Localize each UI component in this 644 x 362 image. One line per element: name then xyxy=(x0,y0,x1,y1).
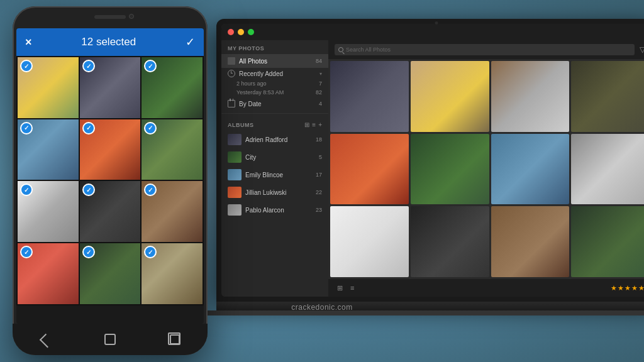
phone-photo-1[interactable] xyxy=(18,57,79,118)
sidebar-subitem-2hours[interactable]: 2 hours ago 7 xyxy=(221,79,328,88)
list-view-button[interactable]: ≡ xyxy=(348,283,357,293)
sidebar-item-all-photos[interactable]: All Photos 84 xyxy=(221,54,328,68)
laptop-photo-12[interactable] xyxy=(571,206,644,277)
phone-photo-6[interactable] xyxy=(142,119,203,180)
search-icon xyxy=(338,47,343,52)
phone-photo-grid xyxy=(16,56,204,305)
album-thumb-adrien xyxy=(228,134,242,145)
selection-check-11 xyxy=(82,246,95,258)
sidebar-item-by-date[interactable]: By Date 4 xyxy=(221,97,328,111)
by-date-label: By Date xyxy=(239,101,315,107)
laptop-camera xyxy=(435,21,438,25)
selection-check-9 xyxy=(144,184,157,196)
laptop-photo-9[interactable] xyxy=(330,206,409,277)
phone-photo-5[interactable] xyxy=(80,119,141,180)
laptop-photo-7[interactable] xyxy=(491,134,570,205)
recently-added-label: Recently Added xyxy=(239,70,316,77)
laptop-photo-1[interactable] xyxy=(330,61,409,132)
albums-view-controls: ⊞ ≡ + xyxy=(304,121,322,128)
home-nav-button[interactable] xyxy=(103,332,117,346)
grid-view-button[interactable]: ⊞ xyxy=(335,283,345,293)
sidebar-subitem-yesterday[interactable]: Yesterday 8:53 AM 82 xyxy=(221,88,328,97)
back-nav-button[interactable] xyxy=(38,332,52,346)
selection-check-7 xyxy=(20,184,33,196)
albums-list-view-button[interactable]: ≡ xyxy=(312,121,316,128)
laptop-photo-2[interactable] xyxy=(411,61,489,132)
phone-photo-2[interactable] xyxy=(80,57,141,118)
album-name-city: City xyxy=(245,154,315,161)
selection-check-8 xyxy=(82,184,95,196)
laptop-photo-5[interactable] xyxy=(330,134,409,205)
phone-device: × 12 selected ✓ xyxy=(13,6,208,355)
yesterday-count: 82 xyxy=(316,89,322,96)
maximize-window-button[interactable] xyxy=(248,29,254,35)
phone-photo-12[interactable] xyxy=(142,243,203,304)
album-count-adrien: 18 xyxy=(316,136,322,143)
filter-icon[interactable]: ▽ xyxy=(640,45,644,54)
phone-photo-7[interactable] xyxy=(18,181,79,242)
minimize-window-button[interactable] xyxy=(238,29,244,35)
rating-stars[interactable]: ★★★★★ xyxy=(611,284,644,292)
phone-topbar: × 12 selected ✓ xyxy=(16,28,204,56)
phone-photo-10[interactable] xyxy=(18,243,79,304)
laptop-photo-8[interactable] xyxy=(571,134,644,205)
all-photos-icon xyxy=(228,57,235,65)
albums-section-header: ALBUMS ⊞ ≡ + xyxy=(221,116,328,131)
sidebar-album-pablo[interactable]: Pablo Alarcon 23 xyxy=(221,201,328,219)
phone-photo-9[interactable] xyxy=(142,181,203,242)
selection-count: 12 selected xyxy=(81,36,136,48)
sidebar: MY PHOTOS All Photos 84 Recently Added ▾ xyxy=(221,40,328,297)
phone-photo-4[interactable] xyxy=(18,119,79,180)
two-hours-ago-label: 2 hours ago xyxy=(236,80,267,87)
album-thumb-pablo xyxy=(228,204,242,216)
phone-photo-8[interactable] xyxy=(80,181,141,242)
phone-body: × 12 selected ✓ xyxy=(13,6,208,355)
bottom-toolbar-right: ★★★★★ xyxy=(611,284,644,292)
album-name-emily: Emily Blincoe xyxy=(245,172,312,178)
two-hours-count: 7 xyxy=(319,80,322,87)
close-window-button[interactable] xyxy=(228,29,234,35)
laptop-photo-4[interactable] xyxy=(571,61,644,132)
title-bar xyxy=(221,24,644,40)
albums-add-button[interactable]: + xyxy=(318,121,322,128)
album-name-jillian: Jillian Lukiwski xyxy=(245,189,312,196)
sidebar-album-jillian[interactable]: Jillian Lukiwski 22 xyxy=(221,184,328,201)
search-bar: Search All Photos ▽ xyxy=(328,40,644,59)
bottom-toolbar: ⊞ ≡ ★★★★★ xyxy=(328,279,644,297)
phone-photo-3[interactable] xyxy=(142,57,203,118)
all-photos-count: 84 xyxy=(316,58,322,64)
album-thumb-jillian xyxy=(228,187,242,198)
yesterday-label: Yesterday 8:53 AM xyxy=(236,89,284,96)
sidebar-divider xyxy=(221,113,328,114)
laptop-photo-grid xyxy=(328,59,644,279)
phone-photo-11[interactable] xyxy=(80,243,141,304)
laptop-photo-10[interactable] xyxy=(411,206,489,277)
expand-arrow-icon: ▾ xyxy=(319,71,322,77)
bottom-toolbar-left: ⊞ ≡ xyxy=(335,283,357,293)
laptop-device: MY PHOTOS All Photos 84 Recently Added ▾ xyxy=(216,19,644,346)
search-box[interactable]: Search All Photos xyxy=(335,44,635,55)
search-placeholder: Search All Photos xyxy=(346,47,391,53)
sidebar-item-recently-added[interactable]: Recently Added ▾ xyxy=(221,68,328,79)
sidebar-album-emily[interactable]: Emily Blincoe 17 xyxy=(221,166,328,184)
laptop-photo-6[interactable] xyxy=(411,134,489,205)
apps-nav-button[interactable] xyxy=(168,332,182,346)
close-button[interactable]: × xyxy=(25,36,32,49)
sidebar-album-adrien[interactable]: Adrien Radford 18 xyxy=(221,131,328,148)
clock-icon xyxy=(228,70,235,77)
by-date-count: 4 xyxy=(319,101,322,107)
selection-check-4 xyxy=(20,122,33,134)
sidebar-album-city[interactable]: City 5 xyxy=(221,148,328,166)
laptop-base xyxy=(204,310,644,315)
laptop-photo-3[interactable] xyxy=(491,61,570,132)
album-thumb-city xyxy=(228,151,242,163)
app-container: MY PHOTOS All Photos 84 Recently Added ▾ xyxy=(221,40,644,297)
laptop-photo-11[interactable] xyxy=(491,206,570,277)
album-count-pablo: 23 xyxy=(316,207,322,213)
album-thumb-emily xyxy=(228,169,242,180)
albums-grid-view-button[interactable]: ⊞ xyxy=(304,121,309,128)
confirm-button[interactable]: ✓ xyxy=(186,35,195,49)
album-count-emily: 17 xyxy=(316,172,322,178)
phone-nav-bar xyxy=(13,324,208,355)
main-content: Search All Photos ▽ xyxy=(328,40,644,297)
